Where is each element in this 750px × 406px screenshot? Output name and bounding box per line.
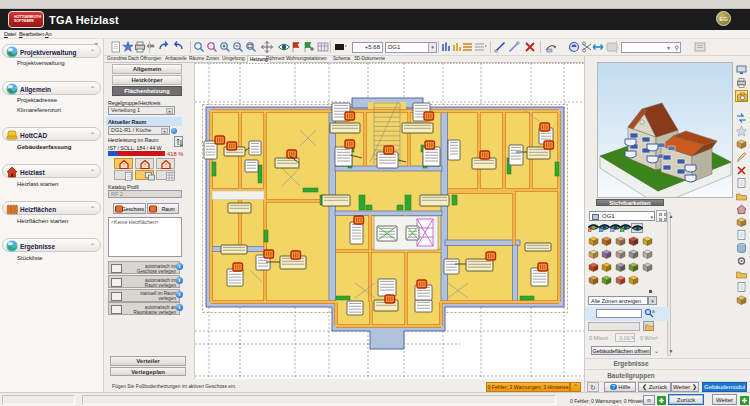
svg-text:a: a	[652, 308, 655, 314]
